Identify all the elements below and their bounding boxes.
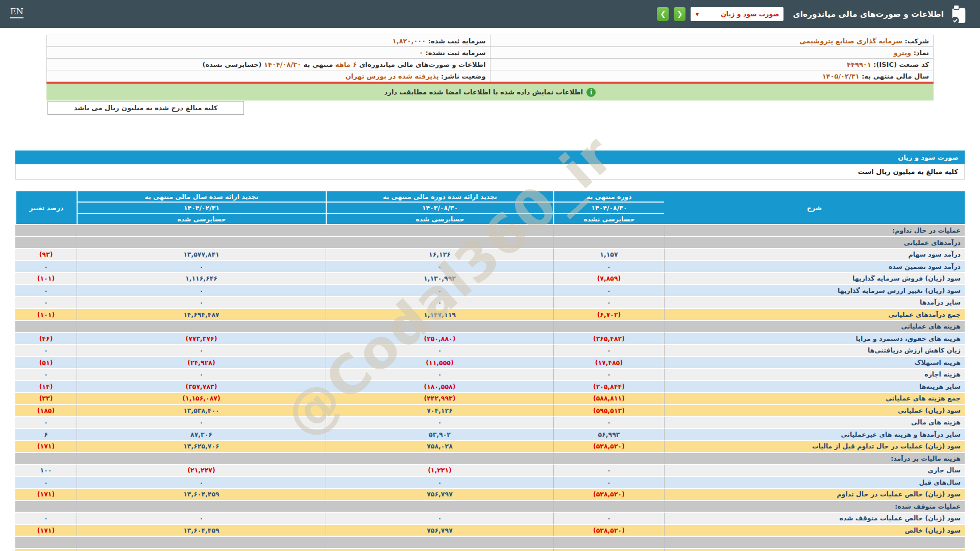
row-label: سود (زیان) عملیاتی: [664, 405, 965, 417]
cell-value: ۱۳,۵۷۷,۸۴۱: [77, 249, 326, 261]
report-title-bar: صورت سود و زیان: [15, 151, 965, 164]
total-row: سود (زیان) خالص عملیات در حال تداوم(۵۳۸,…: [15, 489, 965, 501]
cell-value: (۲۴,۹۲۸): [77, 357, 326, 369]
total-row: سود (زیان) عملیاتی(۵۹۵,۵۱۳)۷۰۴,۱۲۶۱۳,۵۳۸…: [15, 405, 965, 417]
report-subtitle: کلیه مبالغ به میلیون ریال است: [15, 164, 965, 180]
cell-value: ۱,۱۵۷: [553, 249, 664, 261]
cell-value: (۴۶): [15, 333, 77, 345]
cell-value: ۱۰۰: [15, 465, 77, 477]
prev-statement-button[interactable]: ❯: [657, 7, 669, 21]
cell-value: (۳۳): [15, 393, 77, 405]
col-header-current-audit: حسابرسی نشده: [553, 214, 664, 225]
col-header-description: شرح: [664, 191, 965, 225]
cell-value: ۰: [77, 417, 326, 429]
cell-value: (۱۷۱): [15, 489, 77, 501]
row-label: سال جاری: [664, 465, 965, 477]
row-label: سایر درآمدها: [664, 297, 965, 309]
cell-value: (۱۰۱): [15, 273, 77, 285]
cell-value: ۰: [553, 369, 664, 381]
info-cell-left: اطلاعات و صورت‌های مالی میاندوره‌ای ۶ ما…: [47, 59, 491, 70]
table-header: شرح دوره منتهی به تجدید ارائه شده دوره م…: [15, 191, 965, 225]
statement-type-dropdown[interactable]: صورت سود و زیان ▼: [691, 7, 783, 21]
total-row: سود (زیان) خالص(۵۳۸,۵۲۰)۷۵۶,۷۹۷۱۳,۶۰۴,۴۵…: [15, 525, 965, 537]
row-label: جمع هزینه های عملیاتی: [664, 393, 965, 405]
info-label: سرمایه ثبت شده:: [426, 37, 485, 45]
section-row: عملیات در حال تداوم:: [15, 225, 965, 237]
info-value: پذیرفته شده در بورس تهران: [346, 72, 439, 80]
section-row: هزینه های عملیاتی: [15, 321, 965, 333]
row-label: عملیات متوقف شده:: [664, 501, 965, 513]
cell-value: ۰: [326, 369, 553, 381]
cell-value: [553, 549, 664, 551]
top-bar: EN اطلاعات و صورت‌های مالی میاندوره‌ای ص…: [0, 0, 980, 28]
cell-value: (۳۶۵,۴۸۲): [553, 333, 664, 345]
cell-value: [553, 321, 664, 333]
cell-value: (۱۷۱): [15, 441, 77, 453]
language-switch-en[interactable]: EN: [10, 7, 23, 18]
dropdown-selected-value: صورت سود و زیان: [721, 10, 779, 18]
cell-value: ۰: [77, 477, 326, 489]
cell-value: ۰: [77, 513, 326, 525]
table-row: زیان کاهش ارزش دریافتنی‌ها۰۰۰۰: [15, 345, 965, 357]
next-statement-button[interactable]: ❮: [674, 7, 685, 21]
table-row: سایر درآمدها و هزینه های غیرعملیاتی۵۶,۹۹…: [15, 429, 965, 441]
info-icon: i: [586, 88, 596, 97]
cell-value: [326, 237, 553, 249]
profit-loss-table: شرح دوره منتهی به تجدید ارائه شده دوره م…: [15, 191, 965, 551]
cell-value: ۰: [77, 285, 326, 297]
cell-value: [77, 549, 326, 551]
cell-value: ۷۵۶,۷۹۷: [326, 489, 553, 501]
cell-value: [15, 549, 77, 551]
info-value: ۱,۸۲۰,۰۰۰: [393, 37, 426, 45]
table-row: سود (زیان) تغییر ارزش سرمایه گذاریها۰۰۰۰: [15, 285, 965, 297]
info-cell-right: شرکت: سرمایه گذاری صنایع پتروشیمی: [490, 35, 934, 47]
company-info-body: شرکت: سرمایه گذاری صنایع پتروشیمی سرمایه…: [47, 35, 934, 82]
row-label: درآمد سود تضمین شده: [664, 261, 965, 273]
cell-value: (۷۷۳,۳۷۶): [77, 333, 326, 345]
table-row: درآمد سود سهام۱,۱۵۷۱۶,۱۲۶۱۳,۵۷۷,۸۴۱(۹۳): [15, 249, 965, 261]
total-row: [15, 549, 965, 551]
cell-value: [553, 237, 664, 249]
cell-value: ۰: [326, 513, 553, 525]
cell-value: [326, 501, 553, 513]
cell-value: ۰: [77, 369, 326, 381]
cell-value: (۵۸۸,۸۱۱): [553, 393, 664, 405]
cell-value: ۷۵۶,۷۹۷: [326, 525, 553, 537]
info-value: ۶ ماهه: [333, 61, 357, 68]
cell-value: ۰: [15, 297, 77, 309]
cell-value: ۱۳,۶۰۴,۴۵۹: [77, 525, 326, 537]
cell-value: (۱۰۱): [15, 309, 77, 321]
info-label: (حسابرسی نشده): [202, 61, 261, 68]
info-label: منتهی به: [301, 61, 333, 68]
cell-value: ۰: [326, 345, 553, 357]
info-label: کد صنعت (ISIC):: [871, 61, 929, 68]
cell-value: (۱,۱۵۶,۰۸۷): [77, 393, 326, 405]
cell-value: [77, 321, 326, 333]
cell-value: [326, 549, 553, 551]
info-row: سال مالی منتهی به: ۱۴۰۵/۰۲/۳۱ وضعیت ناشر…: [47, 70, 934, 82]
cell-value: ۰: [326, 261, 553, 273]
table-row: سایر هزینه‌ها(۲۰۵,۸۴۴)(۱۸۰,۵۵۸)(۳۵۷,۷۸۳)…: [15, 381, 965, 393]
cell-value: ۱۳,۶۲۵,۷۰۶: [77, 441, 326, 453]
cell-value: ۰: [15, 417, 77, 429]
info-cell-left: سرمایه ثبت نشده: ۰: [47, 47, 491, 59]
row-label: درآمدهای عملیاتی: [664, 237, 965, 249]
chevron-down-icon: ▼: [695, 12, 699, 17]
col-header-year-audit: حسابرسی شده: [77, 214, 326, 225]
cell-value: ۰: [553, 465, 664, 477]
cell-value: [326, 537, 553, 549]
info-value: ۱۴۰۴/۰۸/۳۰: [262, 61, 302, 68]
info-label: اطلاعات و صورت‌های مالی میاندوره‌ای: [357, 61, 485, 68]
cell-value: ۰: [15, 345, 77, 357]
cell-value: ۶: [15, 429, 77, 441]
row-label: هزینه های عملیاتی: [664, 321, 965, 333]
cell-value: [326, 321, 553, 333]
cell-value: ۰: [553, 285, 664, 297]
row-label: هزینه های مالی: [664, 417, 965, 429]
cell-value: (۷,۸۵۹): [553, 273, 664, 285]
cell-value: ۰: [553, 261, 664, 273]
cell-value: (۵۳۸,۵۲۰): [553, 441, 664, 453]
cell-value: (۲۰۵,۸۴۴): [553, 381, 664, 393]
col-header-current-period: دوره منتهی به: [553, 191, 664, 203]
cell-value: ۱۶,۱۲۶: [326, 249, 553, 261]
